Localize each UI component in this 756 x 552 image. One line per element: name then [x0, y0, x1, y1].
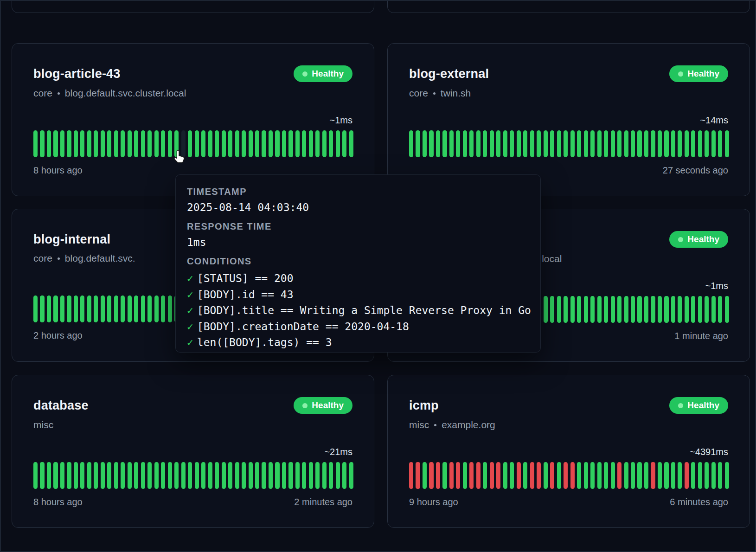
- uptime-bar[interactable]: [33, 295, 38, 322]
- uptime-bar[interactable]: [222, 130, 226, 157]
- uptime-bar[interactable]: [154, 130, 159, 157]
- uptime-bar[interactable]: [456, 462, 460, 489]
- uptime-bar[interactable]: [604, 462, 608, 489]
- uptime-bar[interactable]: [557, 130, 561, 157]
- uptime-bar[interactable]: [463, 462, 467, 489]
- uptime-bar[interactable]: [564, 296, 568, 323]
- uptime-bar[interactable]: [711, 296, 716, 323]
- uptime-bar[interactable]: [295, 462, 300, 489]
- uptime-bar[interactable]: [288, 130, 293, 157]
- uptime-bar[interactable]: [530, 130, 534, 157]
- uptime-bar[interactable]: [537, 462, 541, 489]
- uptime-bar[interactable]: [309, 462, 313, 489]
- uptime-bar[interactable]: [195, 130, 199, 157]
- uptime-bar[interactable]: [409, 462, 413, 489]
- uptime-bar[interactable]: [174, 462, 179, 489]
- uptime-bar[interactable]: [644, 462, 648, 489]
- uptime-bar[interactable]: [67, 130, 71, 157]
- uptime-bar[interactable]: [544, 130, 548, 157]
- uptime-bar[interactable]: [329, 462, 333, 489]
- uptime-bar[interactable]: [611, 462, 615, 489]
- uptime-bar[interactable]: [282, 130, 286, 157]
- uptime-bar[interactable]: [416, 462, 420, 489]
- uptime-bar[interactable]: [208, 462, 212, 489]
- uptime-bars[interactable]: [33, 130, 352, 157]
- uptime-bar[interactable]: [597, 462, 602, 489]
- uptime-bar[interactable]: [624, 296, 628, 323]
- uptime-bar[interactable]: [658, 462, 662, 489]
- uptime-bar[interactable]: [33, 462, 38, 489]
- uptime-bar[interactable]: [557, 296, 561, 323]
- uptime-bar[interactable]: [617, 130, 621, 157]
- uptime-bar[interactable]: [637, 130, 641, 157]
- uptime-bar[interactable]: [322, 462, 327, 489]
- uptime-bar[interactable]: [664, 130, 668, 157]
- uptime-bar[interactable]: [725, 296, 729, 323]
- uptime-bar[interactable]: [604, 296, 608, 323]
- uptime-bar[interactable]: [570, 296, 575, 323]
- uptime-bar[interactable]: [423, 462, 427, 489]
- uptime-bar[interactable]: [476, 130, 481, 157]
- uptime-bar[interactable]: [523, 130, 527, 157]
- uptime-bar[interactable]: [483, 130, 487, 157]
- uptime-bar[interactable]: [53, 295, 58, 322]
- uptime-bar[interactable]: [664, 462, 668, 489]
- uptime-bar[interactable]: [60, 295, 64, 322]
- uptime-bar[interactable]: [624, 130, 628, 157]
- uptime-bar[interactable]: [94, 130, 98, 157]
- uptime-bar[interactable]: [517, 462, 521, 489]
- uptime-bar[interactable]: [664, 296, 668, 323]
- uptime-bar[interactable]: [40, 295, 44, 322]
- uptime-bar[interactable]: [107, 462, 111, 489]
- uptime-bar[interactable]: [544, 462, 548, 489]
- service-card-icmp[interactable]: icmp Healthy misc example.org ~4391ms 9 …: [387, 375, 750, 528]
- uptime-bar[interactable]: [242, 462, 246, 489]
- service-card-database[interactable]: database Healthy misc ~21ms 8 hours ago …: [12, 375, 374, 528]
- uptime-bar[interactable]: [550, 462, 554, 489]
- uptime-bar[interactable]: [80, 130, 84, 157]
- uptime-bar[interactable]: [40, 130, 44, 157]
- uptime-bar[interactable]: [134, 295, 138, 322]
- uptime-bar[interactable]: [147, 130, 152, 157]
- uptime-bar[interactable]: [114, 295, 118, 322]
- uptime-bar[interactable]: [222, 462, 226, 489]
- uptime-bar[interactable]: [101, 295, 105, 322]
- uptime-bar[interactable]: [60, 130, 64, 157]
- uptime-bar[interactable]: [128, 295, 132, 322]
- uptime-bar[interactable]: [94, 462, 98, 489]
- uptime-bar[interactable]: [490, 462, 494, 489]
- uptime-bar[interactable]: [201, 462, 205, 489]
- uptime-bar[interactable]: [114, 462, 118, 489]
- uptime-bar[interactable]: [564, 462, 568, 489]
- uptime-bar[interactable]: [711, 462, 716, 489]
- uptime-bar[interactable]: [631, 462, 635, 489]
- uptime-bar[interactable]: [147, 295, 152, 322]
- uptime-bar[interactable]: [416, 130, 420, 157]
- uptime-bar[interactable]: [705, 462, 709, 489]
- uptime-bar[interactable]: [168, 295, 172, 322]
- uptime-bar[interactable]: [617, 296, 621, 323]
- uptime-bar[interactable]: [449, 462, 454, 489]
- uptime-bar[interactable]: [154, 295, 159, 322]
- uptime-bar[interactable]: [269, 462, 273, 489]
- service-card-blog-external[interactable]: blog-external Healthy core twin.sh ~14ms…: [387, 43, 750, 196]
- uptime-bar[interactable]: [577, 296, 581, 323]
- uptime-bars[interactable]: [33, 462, 352, 489]
- uptime-bar[interactable]: [329, 130, 333, 157]
- uptime-bar[interactable]: [550, 296, 554, 323]
- uptime-bar[interactable]: [154, 462, 159, 489]
- uptime-bar[interactable]: [678, 462, 682, 489]
- uptime-bar[interactable]: [60, 462, 64, 489]
- uptime-bars[interactable]: [409, 130, 728, 157]
- uptime-bar[interactable]: [188, 462, 192, 489]
- uptime-bar[interactable]: [53, 462, 58, 489]
- uptime-bar[interactable]: [624, 462, 628, 489]
- uptime-bar[interactable]: [423, 130, 427, 157]
- uptime-bar[interactable]: [67, 295, 71, 322]
- uptime-bar[interactable]: [53, 130, 58, 157]
- uptime-bar[interactable]: [711, 130, 716, 157]
- uptime-bar[interactable]: [94, 295, 98, 322]
- uptime-bar[interactable]: [718, 462, 722, 489]
- uptime-bar[interactable]: [503, 462, 507, 489]
- uptime-bar[interactable]: [315, 462, 320, 489]
